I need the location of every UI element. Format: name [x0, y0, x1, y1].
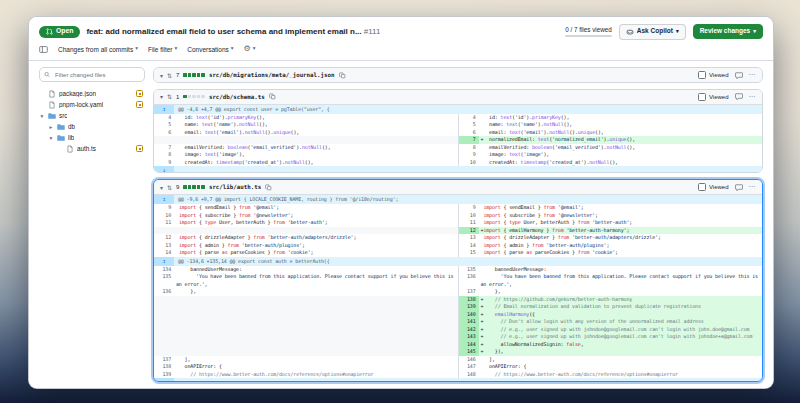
collapse-file-chevron-icon[interactable]: ▾	[160, 184, 163, 191]
new-code-cell[interactable]: + normalizedEmail: text('normalized_emai…	[479, 136, 763, 144]
ask-copilot-button[interactable]: Ask Copilot ▾	[619, 24, 686, 40]
viewed-checkbox[interactable]	[698, 183, 706, 191]
expand-hunk-icon[interactable]: ↕	[154, 105, 174, 114]
sidebar-item-auth-ts[interactable]: auth.ts	[39, 143, 145, 154]
new-code-cell[interactable]: + // Email normalization and validation …	[479, 303, 763, 311]
menu-changes-from-commits[interactable]: Changes from all commits▾	[58, 46, 138, 53]
new-code-cell[interactable]: + // e.g., user signed up with johndoe@g…	[479, 333, 763, 341]
new-code-cell[interactable]: emailVerified: boolean('email_verified')…	[479, 144, 763, 152]
sidebar-toggle-button[interactable]	[39, 45, 48, 54]
new-code-cell[interactable]: import { sendEmail } from '@email';	[479, 204, 763, 212]
collapse-file-chevron-icon[interactable]: ▾	[160, 93, 163, 100]
old-code-cell[interactable]: import { sendEmail } from '@email';	[174, 204, 458, 212]
file-path[interactable]: src/db/schema.ts	[209, 94, 265, 100]
old-code-cell[interactable]	[174, 311, 458, 319]
expand-down-icon[interactable]: ↓	[154, 166, 174, 173]
new-code-cell[interactable]: image: text('image'),	[479, 151, 763, 159]
new-code-cell[interactable]: +import { emailHarmony } from 'better-au…	[479, 227, 763, 235]
new-code-cell[interactable]: email: text('email').notNull().unique(),	[479, 129, 763, 137]
viewed-toggle[interactable]: Viewed	[698, 71, 729, 79]
new-code-cell[interactable]: + }),	[479, 348, 763, 356]
collapse-file-chevron-icon[interactable]: ▾	[160, 72, 163, 79]
old-code-cell[interactable]: bannedUserMessage:	[174, 266, 458, 274]
new-code-cell[interactable]: import { subscribe } from '@newsletter';	[479, 212, 763, 220]
old-code-cell[interactable]	[174, 296, 458, 304]
new-code-cell[interactable]: import { drizzleAdapter } from 'better-a…	[479, 234, 763, 242]
old-code-cell[interactable]: image: text('image'),	[174, 151, 458, 159]
old-code-cell[interactable]: import { admin } from 'better-auth/plugi…	[174, 242, 458, 250]
viewed-toggle[interactable]: Viewed	[698, 183, 729, 191]
chevron-down-icon[interactable]: ▾	[48, 135, 54, 141]
new-code-cell[interactable]: },	[479, 288, 763, 296]
old-code-cell[interactable]: import { subscribe } from '@newsletter';	[174, 212, 458, 220]
copy-path-icon[interactable]	[339, 72, 346, 79]
old-code-cell[interactable]: import { type User, betterAuth } from 'b…	[174, 219, 458, 227]
chevron-down-icon[interactable]: ▾	[39, 113, 45, 119]
new-line-number: 7	[458, 136, 479, 144]
file-path[interactable]: src/db/migrations/meta/_journal.json	[209, 72, 335, 78]
viewed-checkbox[interactable]	[698, 71, 706, 79]
new-code-cell[interactable]: onAPIError: {	[479, 363, 763, 371]
old-code-cell[interactable]	[174, 326, 458, 334]
old-code-cell[interactable]: name: text('name').notNull(),	[174, 121, 458, 129]
new-code-cell[interactable]: ],	[479, 356, 763, 364]
old-code-cell[interactable]: emailVerified: boolean('email_verified')…	[174, 144, 458, 152]
sidebar-item-pnpm-lock-yaml[interactable]: pnpm-lock.yaml	[39, 99, 145, 110]
filter-changed-files-input[interactable]	[53, 71, 140, 79]
old-code-cell[interactable]	[174, 333, 458, 341]
old-code-cell[interactable]: ],	[174, 356, 458, 364]
old-code-cell[interactable]: createdAt: timestamp('created_at').notNu…	[174, 159, 458, 167]
diff-settings-button[interactable]: ⚙▾	[244, 45, 256, 53]
sidebar-item-package-json[interactable]: package.json	[39, 88, 145, 99]
copy-path-icon[interactable]	[269, 93, 276, 100]
old-code-cell[interactable]: import { parse as parseCookies } from 'c…	[174, 249, 458, 257]
sidebar-item-db[interactable]: ▸db	[39, 121, 145, 132]
new-code-cell[interactable]: + // Don't allow login with any version …	[479, 318, 763, 326]
copy-path-icon[interactable]	[265, 184, 272, 191]
comment-icon[interactable]	[735, 184, 743, 191]
new-code-cell[interactable]: import { parse as parseCookies } from 'c…	[479, 249, 763, 257]
old-code-cell[interactable]	[174, 318, 458, 326]
new-code-cell[interactable]: createdAt: timestamp('created_at').notNu…	[479, 159, 763, 167]
old-code-cell[interactable]: 'You have been banned from this applicat…	[174, 273, 458, 288]
old-code-cell[interactable]: // https://www.better-auth.com/docs/refe…	[174, 371, 458, 379]
viewed-toggle[interactable]: Viewed	[698, 93, 729, 101]
kebab-menu-icon[interactable]: ⋯	[749, 183, 757, 191]
kebab-menu-icon[interactable]: ⋯	[749, 93, 757, 101]
new-code-cell[interactable]: bannedUserMessage:	[479, 266, 763, 274]
old-code-cell[interactable]	[174, 341, 458, 349]
old-code-cell[interactable]: onAPIError: {	[174, 363, 458, 371]
menu-file-filter[interactable]: File filter▾	[148, 46, 177, 53]
old-code-cell[interactable]: },	[174, 288, 458, 296]
expand-hunk-icon[interactable]: ↕	[154, 195, 174, 204]
file-path[interactable]: src/lib/auth.ts	[209, 184, 261, 190]
kebab-menu-icon[interactable]: ⋯	[749, 71, 757, 79]
old-code-cell[interactable]	[174, 348, 458, 356]
review-changes-button[interactable]: Review changes ▾	[693, 24, 763, 39]
new-code-cell[interactable]: + emailHarmony({	[479, 311, 763, 319]
expand-down-icon[interactable]: ↓	[154, 378, 174, 382]
new-code-cell[interactable]: import { admin } from 'better-auth/plugi…	[479, 242, 763, 250]
new-code-cell[interactable]: + allowNormalizedSignin: false,	[479, 341, 763, 349]
viewed-checkbox[interactable]	[698, 93, 706, 101]
new-code-cell[interactable]: import { type User, betterAuth } from 'b…	[479, 219, 763, 227]
old-code-cell[interactable]: import { drizzleAdapter } from 'better-a…	[174, 234, 458, 242]
chevron-right-icon[interactable]: ▸	[48, 124, 54, 130]
new-code-cell[interactable]: + // https://github.com/gekorm/better-au…	[479, 296, 763, 304]
comment-icon[interactable]	[735, 93, 743, 100]
old-code-cell[interactable]	[174, 227, 458, 235]
new-code-cell[interactable]: // https://www.better-auth.com/docs/refe…	[479, 371, 763, 379]
sidebar-item-lib[interactable]: ▾lib	[39, 132, 145, 143]
old-code-cell[interactable]: email: text('email').notNull().unique(),	[174, 129, 458, 137]
expand-hunk-icon[interactable]: ↕	[154, 257, 174, 266]
new-code-cell[interactable]: 'You have been banned from this applicat…	[479, 273, 763, 288]
comment-icon[interactable]	[735, 72, 743, 79]
new-code-cell[interactable]: name: text('name').notNull(),	[479, 121, 763, 129]
new-code-cell[interactable]: + // e.g., user signed up with johndoe@g…	[479, 326, 763, 334]
new-code-cell[interactable]: id: text('id').primaryKey(),	[479, 114, 763, 122]
old-code-cell[interactable]	[174, 303, 458, 311]
sidebar-item-src[interactable]: ▾src	[39, 110, 145, 121]
old-code-cell[interactable]: id: text('id').primaryKey(),	[174, 114, 458, 122]
menu-conversations[interactable]: Conversations▾	[187, 46, 233, 53]
old-code-cell[interactable]	[174, 136, 458, 144]
